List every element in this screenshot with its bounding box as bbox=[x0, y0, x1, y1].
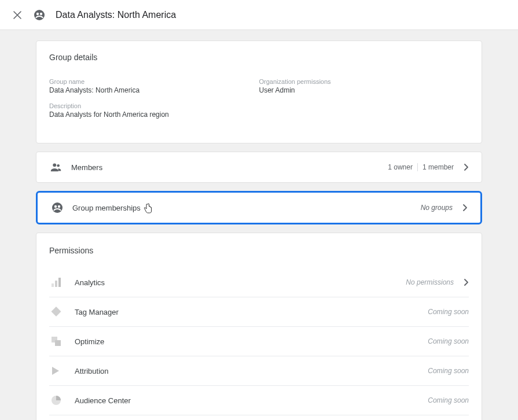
optimize-icon bbox=[49, 334, 63, 348]
tag-manager-icon bbox=[49, 305, 63, 319]
permission-status: Coming soon bbox=[428, 396, 469, 404]
org-permissions-label: Organization permissions bbox=[259, 78, 469, 85]
group-name-value: Data Analysts: North America bbox=[49, 86, 259, 94]
permission-row-tag-manager: Tag Manager Coming soon bbox=[49, 297, 469, 327]
permission-status: Coming soon bbox=[428, 308, 469, 316]
members-label: Members bbox=[71, 163, 102, 172]
svg-rect-11 bbox=[52, 307, 61, 316]
group-memberships-label: Group memberships bbox=[72, 204, 141, 212]
members-count: 1 owner 1 member bbox=[388, 163, 454, 171]
owners-count: 1 owner bbox=[388, 163, 413, 171]
svg-point-7 bbox=[58, 205, 60, 208]
permission-row-optimize: Optimize Coming soon bbox=[49, 327, 469, 356]
permission-label: Optimize bbox=[75, 337, 104, 346]
group-memberships-row[interactable]: Group memberships No groups bbox=[36, 191, 482, 224]
group-logo-icon bbox=[34, 9, 45, 21]
header-bar: Data Analysts: North America bbox=[0, 0, 518, 30]
svg-point-4 bbox=[57, 164, 60, 167]
page-title: Data Analysts: North America bbox=[56, 10, 176, 20]
divider bbox=[417, 163, 418, 171]
analytics-icon bbox=[49, 275, 63, 289]
close-icon[interactable] bbox=[12, 9, 23, 21]
permission-label: Tag Manager bbox=[75, 308, 119, 316]
group-memberships-status: No groups bbox=[421, 204, 453, 212]
members-count-value: 1 member bbox=[423, 163, 454, 171]
svg-point-6 bbox=[54, 205, 57, 208]
svg-point-0 bbox=[34, 10, 45, 20]
permissions-card: Permissions Analytics No permissions Tag… bbox=[36, 233, 482, 420]
description-value: Data Analysts for North America region bbox=[49, 110, 259, 119]
attribution-icon bbox=[49, 364, 63, 378]
svg-point-3 bbox=[53, 163, 56, 167]
members-icon bbox=[49, 160, 63, 174]
group-details-card: Group details Group name Data Analysts: … bbox=[36, 40, 482, 143]
svg-rect-10 bbox=[58, 278, 61, 287]
permission-status: No permissions bbox=[406, 278, 454, 286]
permission-status: Coming soon bbox=[428, 367, 469, 375]
chevron-right-icon bbox=[464, 164, 469, 171]
permission-label: Analytics bbox=[75, 278, 105, 287]
group-details-title: Group details bbox=[49, 53, 469, 62]
description-label: Description bbox=[49, 102, 259, 109]
permission-row-surveys: Surveys Coming soon bbox=[49, 415, 469, 420]
svg-point-1 bbox=[36, 12, 39, 14]
svg-point-5 bbox=[52, 202, 63, 213]
svg-rect-9 bbox=[55, 281, 57, 287]
svg-rect-8 bbox=[52, 283, 54, 287]
svg-point-2 bbox=[40, 12, 42, 14]
permission-label: Attribution bbox=[75, 367, 109, 375]
group-memberships-icon bbox=[50, 201, 64, 215]
permissions-title: Permissions bbox=[49, 246, 469, 255]
permission-row-audience-center: Audience Center Coming soon bbox=[49, 386, 469, 415]
org-permissions-value: User Admin bbox=[259, 86, 469, 94]
chevron-right-icon bbox=[464, 279, 469, 286]
cursor-hand-icon bbox=[143, 203, 152, 212]
permission-status: Coming soon bbox=[428, 337, 469, 345]
svg-rect-13 bbox=[55, 340, 61, 346]
audience-center-icon bbox=[49, 393, 63, 407]
permission-row-analytics[interactable]: Analytics No permissions bbox=[49, 268, 469, 297]
group-name-label: Group name bbox=[49, 78, 259, 85]
members-row[interactable]: Members 1 owner 1 member bbox=[36, 152, 482, 183]
permission-label: Audience Center bbox=[75, 396, 131, 405]
permission-row-attribution: Attribution Coming soon bbox=[49, 356, 469, 386]
chevron-right-icon bbox=[463, 204, 468, 211]
